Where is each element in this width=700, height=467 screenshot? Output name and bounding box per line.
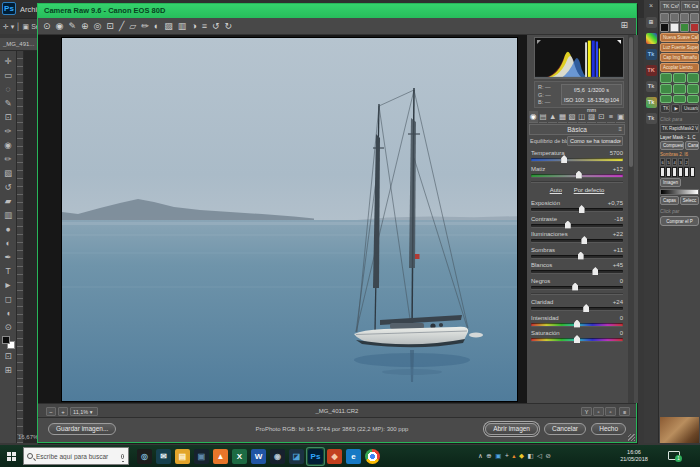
tk-button-luz-fuente-super-l[interactable]: Luz Fuente Super L [660, 43, 699, 52]
quick-selection-tool[interactable]: ✎ [1, 96, 16, 110]
tk-piano-key[interactable] [666, 167, 671, 177]
path-selection-tool[interactable]: ► [1, 278, 16, 292]
tk-green-button[interactable] [660, 73, 672, 83]
split-toning-panel-tab[interactable]: ▧ [568, 111, 577, 123]
tk-file-button[interactable] [660, 13, 669, 22]
foreground-color-swatch[interactable] [2, 336, 10, 344]
taskbar-app-edge[interactable]: e [345, 448, 362, 465]
vlc-tray-icon[interactable]: ▴ [512, 453, 515, 460]
cancel-button[interactable]: Cancelar [544, 423, 586, 435]
tk-buy-button[interactable]: Comprar el P [660, 216, 699, 226]
tk-green-button[interactable] [673, 95, 685, 103]
defender-icon[interactable]: ◆ [519, 453, 524, 460]
shape-tool[interactable]: ◻ [1, 292, 16, 306]
slider-track-temperatura[interactable] [531, 158, 623, 161]
tk-green-button[interactable] [687, 84, 699, 94]
tone-curve-panel-tab[interactable]: ▤ [539, 111, 548, 123]
tk-green-button[interactable] [660, 84, 672, 94]
tk-piano-key[interactable] [678, 167, 683, 177]
search-box[interactable]: Escribe aquí para buscar [23, 447, 129, 465]
tk-user-button[interactable]: TK [660, 104, 670, 113]
clone-stamp-tool[interactable]: ▧ [1, 166, 16, 180]
collapse-panels-icon[interactable]: ⊞ [646, 17, 657, 28]
tk-file-button[interactable] [680, 13, 689, 22]
slider-track-saturacio-n[interactable] [531, 338, 623, 341]
tk-green-button[interactable] [687, 73, 699, 83]
tk-file-button[interactable] [670, 13, 679, 22]
hand-tool[interactable]: ◉ [56, 19, 64, 34]
panel-scrollbar[interactable] [628, 35, 634, 403]
bluetooth-icon[interactable]: ⊕ [486, 453, 491, 460]
taskbar-app-photoshop[interactable]: Ps [307, 448, 324, 465]
rotate-left-button[interactable]: ↺ [212, 19, 220, 34]
taskbar-app-chrome[interactable] [364, 448, 381, 465]
taskbar-clock[interactable]: 16:06 21/05/2018 [612, 449, 656, 463]
taskbar-app-app-window[interactable]: ◪ [288, 448, 305, 465]
tk-green-button[interactable] [673, 84, 685, 94]
tk-button-imagen[interactable]: Imagen [660, 178, 681, 187]
brush-tool[interactable]: ✏ [1, 152, 16, 166]
done-button[interactable]: Hecho [591, 423, 626, 435]
lens-corrections-panel-tab[interactable]: ◫ [578, 111, 587, 123]
tk-piano-key[interactable] [672, 167, 677, 177]
tk-actions-icon-4[interactable]: Tk [646, 97, 657, 108]
tk-number-key[interactable]: 3 [678, 158, 683, 166]
tk-paint-button[interactable] [680, 23, 689, 32]
slider-track-intensidad[interactable] [531, 323, 623, 326]
slider-track-iluminaciones[interactable] [531, 239, 623, 242]
lasso-tool[interactable]: ◌ [1, 82, 16, 96]
straighten-tool[interactable]: ╱ [119, 19, 124, 34]
taskbar-app-file-explorer[interactable]: ▤ [174, 448, 191, 465]
preferences-button[interactable]: ≡ [202, 19, 207, 34]
tk-green-button[interactable] [687, 95, 699, 103]
tk-button-nueva-suave-cal-t[interactable]: Nueva Suave Cal T [660, 33, 699, 42]
spot-removal-tool[interactable]: ✏ [141, 19, 149, 34]
before-after-button[interactable]: ▫ [593, 407, 604, 416]
camera-calibration-panel-tab[interactable]: ⊡ [597, 111, 606, 123]
adjustment-brush-tool[interactable]: ▨ [164, 19, 173, 34]
shadow-clipping-icon[interactable] [537, 40, 541, 44]
eraser-tool[interactable]: ▰ [1, 194, 16, 208]
tk-paint-button[interactable] [660, 23, 669, 32]
zoom-out-button[interactable]: − [46, 407, 56, 416]
taskbar-app-photos[interactable]: ▣ [193, 448, 210, 465]
tk-tab-2[interactable]: TK Cam [681, 1, 699, 11]
slider-track-matiz[interactable] [531, 174, 623, 177]
presets-panel-tab[interactable]: ≡ [607, 111, 616, 123]
antenna-icon[interactable]: ⊘ [546, 453, 551, 460]
effects-panel-tab[interactable]: ▨ [587, 111, 596, 123]
panel-close-icon[interactable]: × [644, 0, 658, 12]
history-brush-tool[interactable]: ↺ [1, 180, 16, 194]
taskbar-app-steam[interactable]: ◉ [269, 448, 286, 465]
volume-icon[interactable]: ◁ [537, 453, 542, 460]
start-button[interactable] [7, 452, 16, 461]
onedrive-icon[interactable]: ▣ [495, 453, 501, 460]
tk-paint-button[interactable] [670, 23, 679, 32]
white-balance-dropdown[interactable]: Como se ha tomado▾ [567, 136, 623, 146]
tk-button-cana[interactable]: Cana [685, 141, 699, 150]
taskbar-app-cortana[interactable]: ◎ [136, 448, 153, 465]
targeted-adjustment-tool[interactable]: ◎ [94, 19, 102, 34]
screen-mode-button[interactable]: ⊞ [1, 363, 16, 377]
document-zoom-level[interactable]: 16,67% [18, 434, 38, 440]
taskbar-app-excel[interactable]: X [231, 448, 248, 465]
slider-track-claridad[interactable] [531, 307, 623, 310]
notification-center-icon[interactable]: 1 [668, 451, 680, 460]
hand-tool[interactable]: ◖ [1, 306, 16, 320]
blur-tool[interactable]: ● [1, 222, 16, 236]
tk-button-selecc[interactable]: Selecc [680, 196, 699, 205]
foreground-background-colors[interactable] [2, 336, 15, 349]
auto-link[interactable]: Auto [550, 187, 562, 193]
tk-number-key[interactable]: 5 [666, 158, 671, 166]
dodge-tool[interactable]: ◐ [1, 236, 16, 250]
photo-canvas[interactable] [62, 38, 517, 401]
dialog-titlebar[interactable]: Camera Raw 9.6 - Canon EOS 80D [38, 4, 636, 18]
slider-track-contraste[interactable] [531, 224, 623, 227]
tk-file-button[interactable] [690, 13, 699, 22]
zoom-level-dropdown[interactable]: 11,1% ▾ [70, 407, 98, 416]
document-tab[interactable]: _MG_491... [0, 38, 37, 51]
taskbar-app-mail[interactable]: ✉ [155, 448, 172, 465]
workflow-options-link[interactable]: ProPhoto RGB: bit 16: 5744 por 3863 (22,… [178, 426, 486, 432]
snapshots-panel-tab[interactable]: ▣ [616, 111, 625, 123]
tk-button-compuesto[interactable]: Compuesto [660, 141, 684, 150]
